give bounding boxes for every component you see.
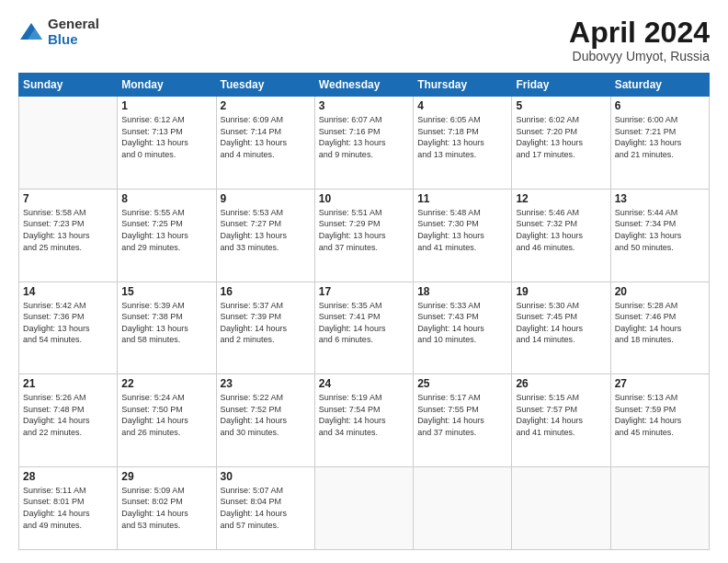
week-row-3: 14Sunrise: 5:42 AMSunset: 7:36 PMDayligh… — [19, 282, 710, 374]
calendar-cell — [610, 466, 709, 549]
main-title: April 2024 — [569, 17, 710, 49]
day-info: Sunrise: 5:46 AMSunset: 7:32 PMDaylight:… — [516, 207, 606, 253]
calendar-cell: 7Sunrise: 5:58 AMSunset: 7:23 PMDaylight… — [19, 189, 118, 282]
day-info: Sunrise: 5:53 AMSunset: 7:27 PMDaylight:… — [221, 207, 311, 253]
col-friday: Friday — [512, 74, 610, 97]
day-info: Sunrise: 6:00 AMSunset: 7:21 PMDaylight:… — [615, 114, 705, 160]
calendar-cell: 23Sunrise: 5:22 AMSunset: 7:52 PMDayligh… — [216, 374, 314, 467]
calendar-cell — [414, 466, 512, 549]
logo-blue-text: Blue — [48, 32, 99, 48]
day-number: 28 — [23, 470, 113, 483]
day-number: 17 — [319, 285, 409, 298]
calendar-cell: 26Sunrise: 5:15 AMSunset: 7:57 PMDayligh… — [512, 374, 610, 467]
day-info: Sunrise: 5:07 AMSunset: 8:04 PMDaylight:… — [221, 485, 311, 531]
day-number: 29 — [121, 470, 211, 483]
col-wednesday: Wednesday — [314, 74, 413, 97]
calendar-cell: 20Sunrise: 5:28 AMSunset: 7:46 PMDayligh… — [610, 282, 709, 374]
calendar-cell: 24Sunrise: 5:19 AMSunset: 7:54 PMDayligh… — [314, 374, 413, 467]
calendar-cell — [512, 466, 610, 549]
day-info: Sunrise: 5:44 AMSunset: 7:34 PMDaylight:… — [615, 207, 705, 253]
day-info: Sunrise: 6:07 AMSunset: 7:16 PMDaylight:… — [319, 114, 409, 160]
day-number: 19 — [516, 285, 606, 298]
calendar-cell: 15Sunrise: 5:39 AMSunset: 7:38 PMDayligh… — [118, 282, 216, 374]
day-info: Sunrise: 5:55 AMSunset: 7:25 PMDaylight:… — [121, 207, 211, 253]
title-block: April 2024 Dubovyy Umyot, Russia — [569, 17, 710, 63]
day-number: 11 — [417, 192, 507, 205]
calendar-cell — [19, 97, 118, 190]
day-number: 6 — [615, 99, 705, 112]
calendar: Sunday Monday Tuesday Wednesday Thursday… — [18, 73, 710, 550]
calendar-cell: 16Sunrise: 5:37 AMSunset: 7:39 PMDayligh… — [216, 282, 314, 374]
calendar-cell: 22Sunrise: 5:24 AMSunset: 7:50 PMDayligh… — [118, 374, 216, 467]
day-number: 8 — [121, 192, 211, 205]
logo-text: General Blue — [48, 17, 99, 47]
day-info: Sunrise: 5:11 AMSunset: 8:01 PMDaylight:… — [23, 485, 113, 531]
day-number: 13 — [615, 192, 705, 205]
calendar-cell: 18Sunrise: 5:33 AMSunset: 7:43 PMDayligh… — [414, 282, 512, 374]
calendar-cell: 6Sunrise: 6:00 AMSunset: 7:21 PMDaylight… — [610, 97, 709, 190]
calendar-header-row: Sunday Monday Tuesday Wednesday Thursday… — [19, 74, 710, 97]
day-info: Sunrise: 5:13 AMSunset: 7:59 PMDaylight:… — [615, 392, 705, 438]
day-number: 1 — [121, 99, 211, 112]
day-info: Sunrise: 6:12 AMSunset: 7:13 PMDaylight:… — [121, 114, 211, 160]
logo: General Blue — [18, 17, 99, 47]
day-info: Sunrise: 5:28 AMSunset: 7:46 PMDaylight:… — [615, 300, 705, 346]
day-info: Sunrise: 5:30 AMSunset: 7:45 PMDaylight:… — [516, 300, 606, 346]
header: General Blue April 2024 Dubovyy Umyot, R… — [18, 17, 710, 63]
day-info: Sunrise: 5:37 AMSunset: 7:39 PMDaylight:… — [221, 300, 311, 346]
day-number: 12 — [516, 192, 606, 205]
day-info: Sunrise: 5:17 AMSunset: 7:55 PMDaylight:… — [417, 392, 507, 438]
calendar-cell: 29Sunrise: 5:09 AMSunset: 8:02 PMDayligh… — [118, 466, 216, 549]
calendar-cell: 21Sunrise: 5:26 AMSunset: 7:48 PMDayligh… — [19, 374, 118, 467]
calendar-cell: 5Sunrise: 6:02 AMSunset: 7:20 PMDaylight… — [512, 97, 610, 190]
day-info: Sunrise: 5:15 AMSunset: 7:57 PMDaylight:… — [516, 392, 606, 438]
day-number: 7 — [23, 192, 113, 205]
day-info: Sunrise: 5:39 AMSunset: 7:38 PMDaylight:… — [121, 300, 211, 346]
day-info: Sunrise: 5:22 AMSunset: 7:52 PMDaylight:… — [221, 392, 311, 438]
col-monday: Monday — [118, 74, 216, 97]
calendar-cell: 13Sunrise: 5:44 AMSunset: 7:34 PMDayligh… — [610, 189, 709, 282]
day-number: 3 — [319, 99, 409, 112]
calendar-cell: 4Sunrise: 6:05 AMSunset: 7:18 PMDaylight… — [414, 97, 512, 190]
calendar-cell: 25Sunrise: 5:17 AMSunset: 7:55 PMDayligh… — [414, 374, 512, 467]
day-number: 16 — [221, 285, 311, 298]
day-number: 10 — [319, 192, 409, 205]
day-number: 20 — [615, 285, 705, 298]
calendar-cell: 2Sunrise: 6:09 AMSunset: 7:14 PMDaylight… — [216, 97, 314, 190]
day-number: 2 — [221, 99, 311, 112]
day-number: 23 — [221, 377, 311, 390]
day-info: Sunrise: 5:09 AMSunset: 8:02 PMDaylight:… — [121, 485, 211, 531]
calendar-cell: 3Sunrise: 6:07 AMSunset: 7:16 PMDaylight… — [314, 97, 413, 190]
col-sunday: Sunday — [19, 74, 118, 97]
calendar-cell — [314, 466, 413, 549]
subtitle: Dubovyy Umyot, Russia — [569, 49, 710, 63]
calendar-cell: 17Sunrise: 5:35 AMSunset: 7:41 PMDayligh… — [314, 282, 413, 374]
calendar-cell: 19Sunrise: 5:30 AMSunset: 7:45 PMDayligh… — [512, 282, 610, 374]
day-number: 30 — [221, 470, 311, 483]
calendar-cell: 27Sunrise: 5:13 AMSunset: 7:59 PMDayligh… — [610, 374, 709, 467]
day-info: Sunrise: 6:09 AMSunset: 7:14 PMDaylight:… — [221, 114, 311, 160]
day-number: 27 — [615, 377, 705, 390]
calendar-cell: 28Sunrise: 5:11 AMSunset: 8:01 PMDayligh… — [19, 466, 118, 549]
day-info: Sunrise: 6:02 AMSunset: 7:20 PMDaylight:… — [516, 114, 606, 160]
day-info: Sunrise: 5:33 AMSunset: 7:43 PMDaylight:… — [417, 300, 507, 346]
day-number: 26 — [516, 377, 606, 390]
week-row-1: 1Sunrise: 6:12 AMSunset: 7:13 PMDaylight… — [19, 97, 710, 190]
page: General Blue April 2024 Dubovyy Umyot, R… — [0, 0, 728, 563]
calendar-cell: 11Sunrise: 5:48 AMSunset: 7:30 PMDayligh… — [414, 189, 512, 282]
day-number: 24 — [319, 377, 409, 390]
col-tuesday: Tuesday — [216, 74, 314, 97]
week-row-5: 28Sunrise: 5:11 AMSunset: 8:01 PMDayligh… — [19, 466, 710, 549]
calendar-cell: 30Sunrise: 5:07 AMSunset: 8:04 PMDayligh… — [216, 466, 314, 549]
day-info: Sunrise: 5:58 AMSunset: 7:23 PMDaylight:… — [23, 207, 113, 253]
calendar-cell: 14Sunrise: 5:42 AMSunset: 7:36 PMDayligh… — [19, 282, 118, 374]
day-number: 25 — [417, 377, 507, 390]
day-info: Sunrise: 5:51 AMSunset: 7:29 PMDaylight:… — [319, 207, 409, 253]
day-number: 14 — [23, 285, 113, 298]
calendar-cell: 9Sunrise: 5:53 AMSunset: 7:27 PMDaylight… — [216, 189, 314, 282]
col-thursday: Thursday — [414, 74, 512, 97]
day-info: Sunrise: 5:48 AMSunset: 7:30 PMDaylight:… — [417, 207, 507, 253]
day-info: Sunrise: 5:26 AMSunset: 7:48 PMDaylight:… — [23, 392, 113, 438]
day-info: Sunrise: 6:05 AMSunset: 7:18 PMDaylight:… — [417, 114, 507, 160]
day-number: 18 — [417, 285, 507, 298]
